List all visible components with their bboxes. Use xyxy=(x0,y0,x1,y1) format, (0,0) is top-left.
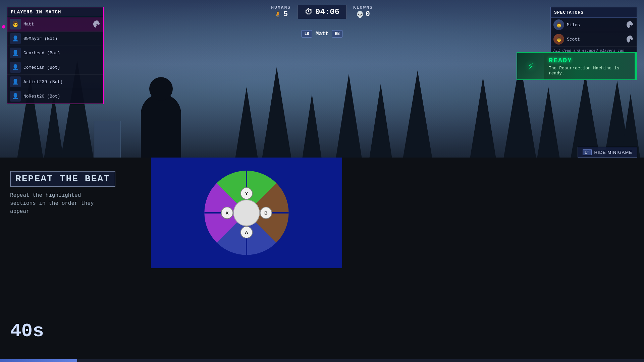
tree xyxy=(235,87,258,161)
timer-icon: ⏱ xyxy=(305,7,313,17)
spectators-title: SPECTATORS xyxy=(554,10,584,15)
player-name-norest20: NoRest20 (Bot) xyxy=(23,94,101,99)
spectators-header: SPECTATORS xyxy=(551,7,637,18)
resurrection-machine-icon: ⚡ xyxy=(528,60,534,72)
spectator-name-miles: Miles xyxy=(567,22,624,27)
players-panel-title: PLAYERS IN MATCH xyxy=(11,9,61,15)
x-button-label: X xyxy=(225,210,228,216)
spectator-avatar-scott: 👨 xyxy=(553,34,564,45)
minigame-area: REPEAT THE BEAT Repeat the highlighted s… xyxy=(0,158,644,362)
hud-klowns-count-row: 💀 0 xyxy=(356,10,370,18)
hud-klowns: KLOWNS 💀 0 xyxy=(346,3,380,20)
hud-timer: ⏱ 04:06 xyxy=(298,5,346,19)
player-row-norest20[interactable]: 👤 NoRest20 (Bot) xyxy=(7,89,103,104)
klowns-icon: 💀 xyxy=(356,11,364,18)
ready-text: The Resurrection Machine is ready. xyxy=(549,66,632,76)
tree xyxy=(369,84,392,161)
progress-bar-container xyxy=(0,359,644,362)
center-circle xyxy=(233,200,259,226)
hud-humans: HUMANS 🧍 5 xyxy=(264,3,298,20)
hide-minigame-label: HIDE MINIGAME xyxy=(594,150,632,155)
player-name-tag: LB Matt RB xyxy=(301,30,342,38)
player-name-artist239: Artist239 (Bot) xyxy=(23,79,101,84)
hud-humans-count: 5 xyxy=(283,10,288,18)
player-row-gearhead[interactable]: 👤 Gearhead (Bot) xyxy=(7,46,103,60)
hud-klowns-label: KLOWNS xyxy=(353,5,373,10)
steam-icon-scott xyxy=(627,36,634,43)
tree xyxy=(402,70,433,161)
hud-humans-count-row: 🧍 5 xyxy=(274,10,288,18)
steam-icon-miles xyxy=(627,21,634,28)
lt-badge: LT xyxy=(583,149,592,155)
hud-top: HUMANS 🧍 5 ⏱ 04:06 KLOWNS 💀 0 xyxy=(264,3,380,20)
lb-button[interactable]: LB xyxy=(301,30,312,38)
progress-bar xyxy=(0,359,77,362)
tree xyxy=(262,67,292,161)
tree xyxy=(335,74,362,161)
ready-thumbnail: ⚡ xyxy=(517,53,544,79)
player-row-matt[interactable]: 🧑 Matt xyxy=(7,17,103,32)
spectators-panel: SPECTATORS 👨 Miles 👨 Scott All dead and … xyxy=(550,7,637,59)
tree xyxy=(470,77,496,161)
ready-label: READY xyxy=(549,57,632,64)
tree xyxy=(537,87,560,161)
spectator-row-scott[interactable]: 👨 Scott xyxy=(551,32,637,47)
hide-minigame-button[interactable]: LT HIDE MINIGAME xyxy=(578,147,637,158)
active-player-indicator xyxy=(2,25,5,28)
player-name-matt: Matt xyxy=(23,22,91,27)
minigame-text: REPEAT THE BEAT Repeat the highlighted s… xyxy=(10,171,115,216)
y-button-label: Y xyxy=(245,191,248,196)
player-name-comedian: Comedian (Bot) xyxy=(23,65,101,70)
players-panel: PLAYERS IN MATCH 🧑 Matt 👤 09Mayor (Bot) … xyxy=(7,7,104,104)
ready-content: READY The Resurrection Machine is ready. xyxy=(544,53,637,79)
ready-notification: ⚡ READY The Resurrection Machine is read… xyxy=(517,52,637,80)
player-avatar-gearhead: 👤 xyxy=(10,48,21,58)
player-tag-name: Matt xyxy=(316,31,328,37)
player-avatar-comedian: 👤 xyxy=(10,62,21,73)
player-row-artist239[interactable]: 👤 Artist239 (Bot) xyxy=(7,75,103,89)
hud-humans-label: HUMANS xyxy=(271,5,291,10)
spectator-name-scott: Scott xyxy=(567,37,624,42)
player-avatar-norest20: 👤 xyxy=(10,91,21,102)
player-avatar-matt: 🧑 xyxy=(10,19,21,29)
repeat-instruction: Repeat the highlighted sections in the o… xyxy=(10,191,97,216)
players-panel-header: PLAYERS IN MATCH xyxy=(7,7,103,17)
player-row-comedian[interactable]: 👤 Comedian (Bot) xyxy=(7,60,103,75)
hud-klowns-count: 0 xyxy=(366,10,370,18)
building-structure xyxy=(94,121,121,161)
player-name-gearhead: Gearhead (Bot) xyxy=(23,51,101,56)
minigame-timer: 40s xyxy=(10,320,44,342)
beat-wheel[interactable]: Y X B A xyxy=(198,164,295,261)
spectator-avatar-miles: 👨 xyxy=(553,19,564,30)
repeat-the-beat-title: REPEAT THE BEAT xyxy=(10,171,115,187)
humans-icon: 🧍 xyxy=(274,11,281,18)
steam-icon-matt xyxy=(93,20,101,28)
a-button-label: A xyxy=(245,230,248,235)
player-name-09mayor: 09Mayor (Bot) xyxy=(23,36,101,41)
b-button-label: B xyxy=(264,210,268,216)
player-avatar-artist239: 👤 xyxy=(10,76,21,87)
player-row-09mayor[interactable]: 👤 09Mayor (Bot) xyxy=(7,32,103,46)
player-avatar-09mayor: 👤 xyxy=(10,33,21,44)
tree xyxy=(302,94,322,161)
timer-value: 04:06 xyxy=(315,7,339,16)
spectator-row-miles[interactable]: 👨 Miles xyxy=(551,18,637,32)
minigame-canvas: Y X B A xyxy=(151,158,342,268)
rb-button[interactable]: RB xyxy=(332,30,342,38)
player-character xyxy=(141,94,181,161)
